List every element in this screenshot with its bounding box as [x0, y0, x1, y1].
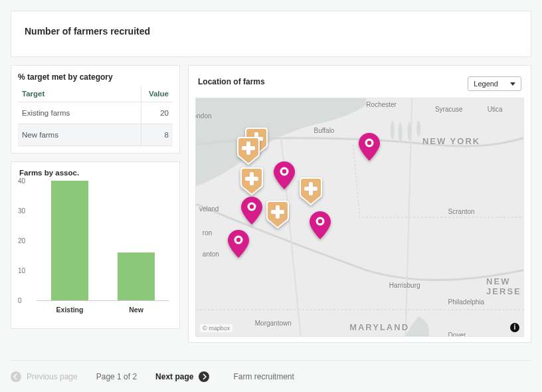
chevron-down-icon [510, 82, 515, 86]
map-attribution: © mapbox [200, 324, 232, 332]
map-marker-plus-icon[interactable] [240, 167, 264, 198]
map-marker-plus-icon[interactable] [236, 136, 260, 167]
svg-point-2 [399, 122, 403, 144]
bar-chart-panel: Farms by assoc. 010203040ExistingNew [11, 161, 180, 329]
target-table: Target Value Existing farms 20 New farms… [18, 86, 173, 146]
next-page-button[interactable]: Next page [155, 371, 209, 382]
legend-label: Legend [474, 80, 498, 88]
svg-rect-16 [304, 187, 317, 191]
table-col-value[interactable]: Value [141, 86, 173, 102]
chart-title: Farms by assoc. [19, 169, 173, 177]
legend-dropdown[interactable]: Legend [468, 76, 521, 91]
svg-rect-18 [271, 210, 284, 214]
svg-rect-10 [242, 146, 255, 150]
map-state-label: MARYLAND [349, 322, 409, 332]
map-city-label: London [195, 112, 212, 120]
table-row[interactable]: Existing farms 20 [18, 102, 173, 124]
map-city-label: Philadelphia [448, 298, 485, 306]
chart-category-label: New [118, 306, 155, 314]
map-marker-plus-icon[interactable] [266, 200, 290, 231]
chart-ytick: 20 [18, 237, 25, 245]
svg-rect-14 [245, 177, 258, 181]
map-city-label: Rochester [366, 101, 397, 108]
map-city-label: anton [203, 250, 219, 258]
chart-ytick: 40 [18, 177, 25, 185]
arrow-left-icon [11, 371, 21, 382]
chart-bar[interactable] [51, 181, 88, 300]
map-marker-pin-icon[interactable] [359, 133, 380, 163]
svg-point-4 [416, 121, 420, 137]
map-state-label: NEW JERSE [486, 276, 521, 296]
chart-ytick: 0 [18, 297, 22, 304]
map-city-label: Scranton [448, 208, 475, 215]
footer-nav: Previous page Page 1 of 2 Next page Farm… [11, 360, 531, 392]
map-marker-plus-icon[interactable] [299, 177, 323, 208]
map-city-label: Syracuse [435, 106, 463, 113]
breadcrumb: Farm recruitment [233, 372, 294, 381]
map-title: Location of farms [198, 77, 265, 86]
arrow-right-icon [199, 371, 209, 382]
map-city-label: Buffalo [314, 127, 334, 134]
svg-point-6 [367, 140, 371, 144]
map-city-label: Dover [448, 332, 466, 337]
map-marker-pin-icon[interactable] [310, 211, 331, 241]
table-title: % target met by category [18, 72, 173, 82]
svg-point-3 [407, 122, 411, 141]
table-col-target[interactable]: Target [18, 86, 141, 102]
map-city-label: Morgantown [255, 320, 292, 327]
map-city-label: ron [203, 229, 212, 237]
map-marker-pin-icon[interactable] [241, 197, 262, 227]
page-indicator: Page 1 of 2 [96, 372, 137, 381]
chart-bar[interactable] [118, 252, 155, 300]
map-marker-pin-icon[interactable] [274, 161, 295, 191]
map-canvas[interactable]: © mapbox i LondonRochesterSyracuseUticaB… [195, 98, 524, 337]
map-panel: Location of farms Legend [188, 65, 531, 343]
map-info-icon[interactable]: i [510, 323, 519, 332]
chart-ytick: 10 [18, 267, 25, 274]
table-row[interactable]: New farms 8 [18, 124, 173, 146]
target-table-panel: % target met by category Target Value Ex… [11, 65, 180, 153]
chart-ytick: 30 [18, 207, 25, 215]
page-title: Number of farmers recruited [25, 26, 517, 37]
svg-point-22 [318, 219, 322, 223]
previous-page-button: Previous page [11, 371, 78, 382]
chart-category-label: Existing [51, 306, 88, 314]
map-marker-pin-icon[interactable] [228, 230, 249, 260]
map-city-label: Utica [488, 106, 503, 113]
svg-point-24 [236, 238, 240, 242]
svg-point-20 [250, 205, 254, 209]
svg-point-1 [391, 121, 395, 140]
header-panel: Number of farmers recruited [11, 11, 531, 57]
map-city-label: Harrisburg [389, 282, 420, 289]
map-city-label: veland [199, 205, 219, 213]
map-state-label: NEW YORK [422, 136, 480, 146]
svg-point-12 [282, 169, 286, 173]
bar-chart: 010203040ExistingNew [18, 181, 173, 314]
